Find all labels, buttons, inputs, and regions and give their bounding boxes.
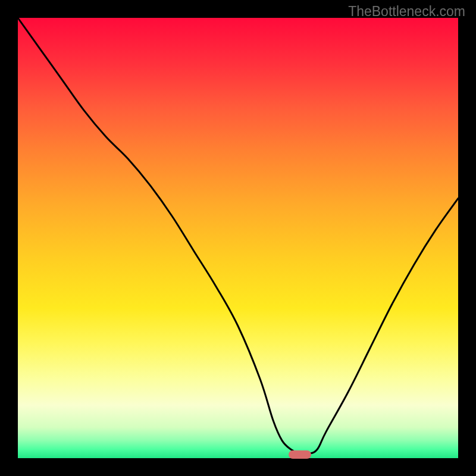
highlight-marker (289, 450, 311, 459)
watermark-text: TheBottleneck.com (348, 4, 465, 20)
chart-plot-area (18, 18, 458, 458)
curve-line (18, 18, 458, 458)
chart-frame: TheBottleneck.com (0, 0, 476, 476)
